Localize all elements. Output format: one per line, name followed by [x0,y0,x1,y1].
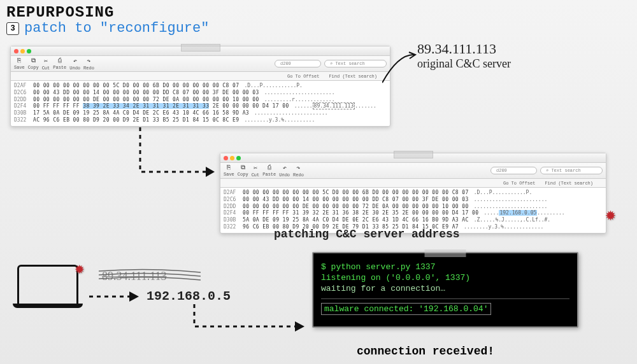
minimize-dot-icon[interactable] [20,49,25,53]
cut-button[interactable]: ✂Cut [252,164,260,178]
old-ip-crossed: 89.34.111.113 [102,270,167,283]
find-label: Find (Text search) [545,181,593,186]
flow-arrow-1-icon [137,127,220,181]
find-label: Find (Text search) [329,74,377,79]
virus-icon: ✹ [75,258,85,279]
tape-decoration [425,249,466,257]
redo-button[interactable]: ↷Redo [293,164,304,178]
terminal-window: $ python server.py 1337 listening on ('0… [312,252,578,328]
connection-caption: connection received! [357,345,494,358]
virus-icon: ✹ [605,204,616,225]
hex-editor-window-original: ⎘Save ⧉Copy ✂Cut ⎙Paste ↶Undo ↷Redo d209… [10,46,390,127]
zoom-dot-icon[interactable] [236,156,241,160]
toolbar: ⎘Save ⧉Copy ✂Cut ⎙Paste ↶Undo ↷Redo d209… [11,56,390,72]
flow-arrow-2-icon [89,290,143,303]
go-to-offset-label: Go To Offset [503,181,535,186]
bullet-number: 3 [6,22,19,35]
highlighted-original-ip-ascii: 89.34.111.113 [313,102,355,109]
patching-caption: patching C&C server address [274,228,460,241]
terminal-wait: waiting for a connection… [321,284,569,293]
highlighted-patched-ip-ascii: 192.168.0.05 [499,210,537,216]
close-dot-icon[interactable] [224,156,228,160]
copy-button[interactable]: ⧉Copy [238,164,248,177]
tape-decoration [394,151,433,158]
save-button[interactable]: ⎘Save [224,164,234,177]
hex-editor-window-patched: ⎘Save ⧉Copy ✂Cut ⎙Paste ↶Undo ↷Redo d209… [220,153,606,234]
cut-button[interactable]: ✂Cut [42,57,50,71]
paste-button[interactable]: ⎙Paste [262,164,276,177]
hex-content: D2AF00 00 00 00 00 00 00 00 5C D0 00 00 … [11,81,390,126]
undo-button[interactable]: ↶Undo [279,164,290,178]
hex-content: D2AF00 00 00 00 00 00 00 00 5C D0 00 00 … [220,188,606,233]
offset-input[interactable]: d209 [275,60,321,67]
paste-button[interactable]: ⎙Paste [53,57,66,70]
terminal-cmd: $ python server.py 1337 [321,262,569,272]
page-title: REPURPOSING [6,4,114,21]
highlighted-original-ip-hex: 38 39 2E 33 34 2E 31 31 31 2E 31 31 33 [83,103,209,109]
terminal-listen: listening on ('0.0.0.0', 1337) [321,273,569,283]
arrow-to-annotation-icon [382,51,417,86]
go-to-offset-label: Go To Offset [287,74,319,79]
new-ip-label: 192.168.0.5 [147,289,231,304]
laptop-icon [13,265,83,316]
original-ip-annotation: 89.34.111.113 original C&C server [417,41,511,71]
zoom-dot-icon[interactable] [27,49,31,53]
save-button[interactable]: ⎘Save [14,57,25,70]
tape-decoration [181,44,220,52]
redo-button[interactable]: ↷Redo [83,57,94,71]
flow-arrow-3-icon [191,304,309,339]
copy-button[interactable]: ⧉Copy [28,57,39,70]
toolbar: ⎘Save ⧉Copy ✂Cut ⎙Paste ↶Undo ↷Redo d209… [220,163,606,179]
text-search-input[interactable]: ⌕ Text search [540,167,603,174]
minimize-dot-icon[interactable] [230,156,234,160]
subtitle: patch to "reconfigure" [24,20,209,36]
close-dot-icon[interactable] [14,49,18,53]
offset-input[interactable]: d209 [490,167,537,174]
text-search-input[interactable]: ⌕ Text search [324,60,387,67]
undo-button[interactable]: ↶Undo [69,57,80,71]
terminal-connected: malware connected: '192.168.0.04' [321,303,491,315]
